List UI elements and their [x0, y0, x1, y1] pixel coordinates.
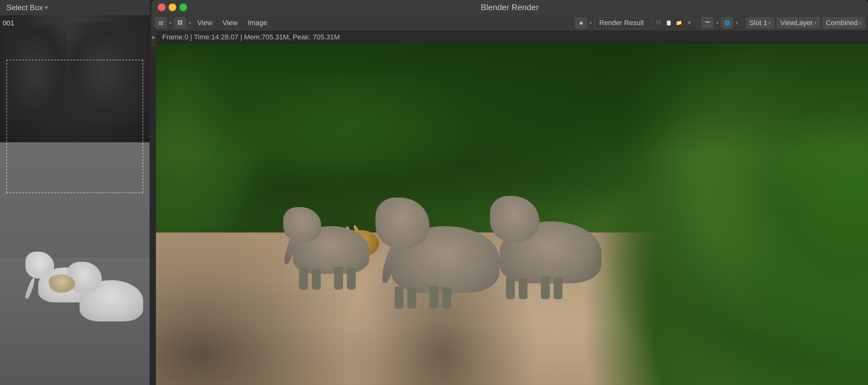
render-image-area[interactable]: [156, 43, 868, 385]
elephant-1-leg-1: [299, 268, 308, 290]
image-menu-btn[interactable]: Image: [244, 17, 271, 29]
slot-dropdown[interactable]: Slot 1 ▾: [746, 17, 774, 29]
render-type-icon: ◉: [579, 20, 583, 26]
elephant-1: [283, 204, 379, 274]
elephant-model-right: [70, 264, 146, 321]
folder-icon: 📁: [676, 20, 682, 26]
elephant-1-leg-2: [312, 269, 321, 290]
view2-menu-btn[interactable]: View: [219, 17, 241, 29]
chevron-render-type: ▾: [590, 20, 592, 26]
combined-label: Combined: [826, 19, 858, 27]
separator-1: [698, 18, 698, 28]
elephant-3-leg-4: [554, 278, 562, 299]
elephant-3-leg-3: [541, 276, 550, 299]
combined-dropdown[interactable]: Combined ▾: [823, 17, 865, 29]
folder-icon-btn[interactable]: 📁: [675, 19, 683, 27]
globe-icon: 🌐: [724, 20, 730, 26]
status-text: Frame:0 | Time:14:28.07 | Mem:705.31M, P…: [162, 33, 340, 41]
foliage-cluster-1: [3, 25, 67, 120]
collapse-panel-arrow[interactable]: ▶: [151, 28, 156, 47]
elephant-head-3d: [26, 252, 54, 279]
elephant-2-leg-1: [395, 286, 403, 309]
elephant-2-leg-4: [442, 287, 451, 309]
mid-foliage-detail: [251, 75, 506, 202]
camera-icon-btn[interactable]: 📷: [702, 17, 714, 29]
window-title-bar: Blender Render: [151, 0, 868, 14]
window-title: Blender Render: [481, 3, 539, 12]
chevron-globe: ▾: [736, 20, 738, 26]
elephant-3-head: [490, 196, 539, 242]
elephant-2-leg-2: [407, 288, 416, 309]
status-bar: ▶ Frame:0 | Time:14:28.07 | Mem:705.31M,…: [151, 31, 868, 43]
left-toolbar: Select Box ▾: [0, 0, 151, 15]
viewlayer-label: ViewLayer: [780, 19, 813, 27]
select-box-label: Select Box: [6, 3, 43, 12]
shield-icon-btn[interactable]: 🛡: [654, 19, 663, 27]
globe-icon-btn[interactable]: 🌐: [721, 17, 733, 29]
close-render-icon-btn[interactable]: ✕: [685, 19, 694, 27]
view-type-icon: ▤: [158, 20, 163, 26]
copy-icon: 📋: [665, 20, 672, 26]
combined-chevron: ▾: [859, 20, 861, 26]
slot-chevron: ▾: [768, 20, 771, 26]
elephant-3-leg-1: [506, 277, 515, 299]
viewport-3d[interactable]: [0, 15, 150, 385]
render-result-icons: 🛡 📋 📁 ✕: [654, 19, 694, 27]
elephant-2-leg-3: [430, 286, 438, 309]
elephant-2-head: [375, 198, 430, 248]
chevron-image-icon: ▾: [189, 20, 191, 26]
shield-icon: 🛡: [656, 20, 661, 26]
window-controls: [158, 3, 187, 11]
image-icon: 🖼: [178, 20, 183, 26]
elephant-1-leg-3: [334, 267, 343, 290]
render-image: [156, 43, 868, 385]
blender-toolbar: ▤ ▾ 🖼 ▾ View View Image ◉ ▾ Render Resul…: [151, 14, 868, 31]
foliage-cluster-2: [64, 22, 146, 123]
close-render-icon: ✕: [687, 20, 691, 26]
select-box-chevron: ▾: [45, 4, 48, 11]
camera-icon: 📷: [705, 20, 711, 26]
copy-icon-btn[interactable]: 📋: [664, 19, 673, 27]
elephant-1-leg-4: [347, 268, 356, 290]
view-type-icon-btn[interactable]: ▤: [155, 17, 167, 29]
render-type-icon-btn[interactable]: ◉: [575, 17, 587, 29]
minimize-button[interactable]: [168, 3, 176, 11]
close-button[interactable]: [158, 3, 165, 11]
chevron-camera: ▾: [716, 20, 718, 26]
chevron-view-icon: ▾: [169, 20, 172, 26]
view-menu-btn[interactable]: View: [193, 17, 216, 29]
render-result-box[interactable]: Render Result: [594, 17, 652, 29]
elephant-3-leg-2: [519, 279, 528, 299]
left-viewport-panel: Select Box ▾ 001: [0, 0, 151, 385]
select-box-button[interactable]: Select Box ▾: [4, 2, 50, 13]
render-result-label: Render Result: [599, 19, 644, 27]
viewlayer-dropdown[interactable]: ViewLayer ▾: [777, 17, 819, 29]
viewport-divider[interactable]: [150, 0, 151, 385]
viewlayer-chevron: ▾: [814, 20, 816, 26]
separator-2: [742, 18, 742, 28]
scene-label: 001: [3, 19, 14, 27]
blender-window: Blender Render ▤ ▾ 🖼 ▾ View View Image ◉…: [151, 0, 868, 385]
elephant-trunk-3d: [24, 277, 36, 300]
maximize-button[interactable]: [180, 3, 187, 11]
image-icon-btn[interactable]: 🖼: [174, 17, 186, 29]
elephant-1-head: [283, 207, 321, 242]
slot-label: Slot 1: [749, 19, 767, 27]
